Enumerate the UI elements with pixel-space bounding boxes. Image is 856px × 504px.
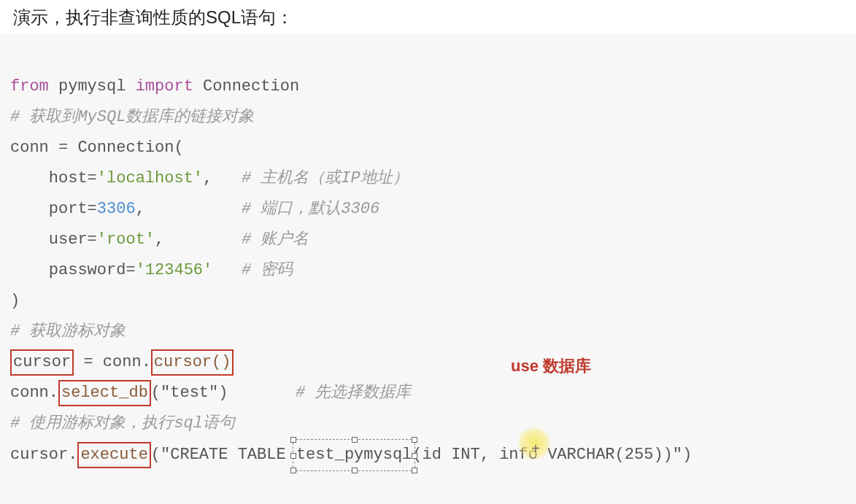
selection-box: test_pymysql bbox=[293, 439, 415, 471]
highlight-cursor-call: cursor() bbox=[151, 349, 234, 376]
code-line-10: cursor = conn.cursor() bbox=[10, 353, 234, 371]
highlight-execute: execute bbox=[77, 442, 150, 468]
code-line-11: conn.select_db("test") # 先选择数据库 bbox=[10, 384, 411, 402]
code-line-4: host='localhost', # 主机名（或IP地址） bbox=[10, 169, 409, 187]
code-line-12-comment: # 使用游标对象，执行sql语句 bbox=[10, 414, 235, 433]
code-line-7: password='123456' # 密码 bbox=[10, 261, 293, 279]
code-line-5: port=3306, # 端口，默认3306 bbox=[10, 200, 379, 218]
heading: 演示，执行非查询性质的SQL语句： bbox=[0, 0, 856, 34]
code-line-9-comment: # 获取游标对象 bbox=[10, 322, 126, 341]
highlight-cursor-var: cursor bbox=[10, 349, 74, 376]
annotation-use-db: use 数据库 bbox=[511, 351, 591, 381]
code-line-3: conn = Connection( bbox=[10, 139, 184, 157]
code-line-13: cursor.execute("CREATE TABLE test_pymysq… bbox=[10, 446, 692, 464]
code-line-1: from pymysql import Connection bbox=[10, 77, 299, 96]
code-line-2-comment: # 获取到MySQL数据库的链接对象 bbox=[10, 108, 254, 126]
code-block: from pymysql import Connection # 获取到MySQ… bbox=[0, 34, 856, 504]
highlight-select-db: select_db bbox=[58, 380, 151, 406]
code-line-6: user='root', # 账户名 bbox=[10, 230, 309, 249]
code-line-8: ) bbox=[10, 292, 20, 310]
